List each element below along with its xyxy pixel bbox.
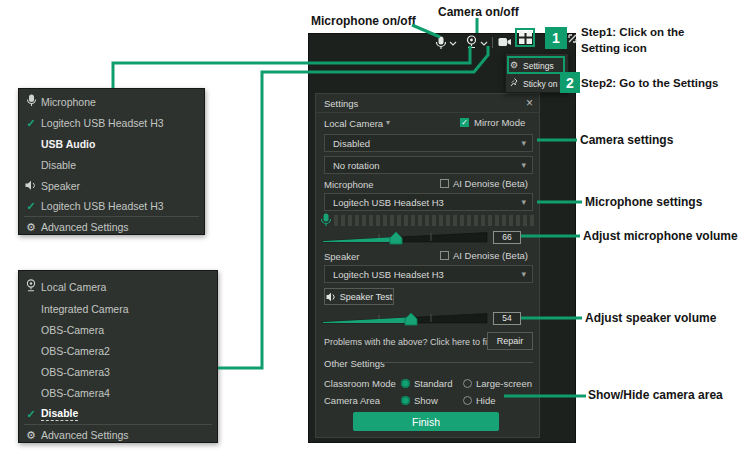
step2-text: Step2: Go to the Settings	[581, 77, 718, 89]
close-icon[interactable]: ×	[526, 96, 533, 110]
speaker-volume-slider-thumb	[405, 313, 417, 325]
camera-area-show-label: Show	[414, 395, 438, 406]
menu-item-label: Advanced Settings	[41, 429, 129, 441]
menu-item-label: Integrated Camera	[41, 303, 129, 315]
dialog-title: Settings	[324, 98, 358, 109]
annotation-microphone-settings: Microphone settings	[585, 195, 702, 209]
pin-icon	[510, 78, 520, 89]
mirror-mode-checkbox[interactable]: ✓	[460, 118, 469, 127]
rotation-select[interactable]: No rotation ▾	[324, 156, 533, 174]
step1-badge: 1	[545, 27, 567, 49]
rotation-select-value: No rotation	[333, 160, 379, 171]
section-divider	[382, 362, 533, 363]
camera-toggle-callout: Camera on/off	[438, 5, 519, 19]
menu-item-label: Local Camera	[41, 281, 106, 293]
tutorial-screenshot: ⚙ Settings Sticky on t Microphone ✓ Logi…	[0, 0, 740, 456]
menu-item-label: OBS-Camera2	[41, 345, 110, 357]
speaker-device-select[interactable]: Logitech USB Headset H3 ▾	[324, 265, 533, 283]
settings-item-highlight-box	[507, 56, 565, 74]
step2-badge: 2	[560, 72, 580, 93]
mirror-mode-label: Mirror Mode	[474, 117, 525, 128]
speaker-test-label: Speaker Test	[340, 292, 392, 302]
classroom-large-screen-radio[interactable]	[463, 379, 472, 388]
camera-menu-obs4[interactable]: OBS-Camera4	[19, 383, 217, 403]
camera-menu-obs3[interactable]: OBS-Camera3	[19, 362, 217, 382]
menu-item-label: Sticky on t	[523, 79, 562, 89]
menu-item-label: Speaker	[41, 180, 80, 192]
chevron-down-icon: ▾	[521, 197, 526, 207]
mic-volume-slider[interactable]	[321, 229, 489, 245]
repair-label: Repair	[497, 336, 524, 346]
mic-menu-item-usb-audio[interactable]: USB Audio	[19, 134, 204, 154]
mic-menu-speaker-header: Speaker	[19, 176, 204, 196]
speaker-device-value: Logitech USB Headset H3	[333, 269, 444, 280]
grid-icon-highlight-box	[515, 28, 535, 47]
menu-item-label: Microphone	[41, 96, 96, 108]
classroom-standard-label: Standard	[414, 378, 453, 389]
check-icon: ✓	[24, 117, 38, 130]
annotation-adjust-mic-volume: Adjust microphone volume	[583, 229, 738, 243]
repair-button[interactable]: Repair	[487, 332, 533, 350]
classroom-large-screen-label: Large-screen	[476, 378, 532, 389]
check-icon: ✓	[24, 408, 38, 421]
chevron-down-icon: ▾	[521, 160, 526, 170]
mic-menu-item-disable[interactable]: Disable	[19, 155, 204, 175]
chevron-down-icon: ▾	[521, 138, 526, 148]
speaker-icon	[24, 177, 38, 195]
annotation-adjust-speaker-volume: Adjust speaker volume	[585, 311, 716, 325]
microphone-toggle-icon[interactable]	[435, 36, 447, 50]
menu-item-label: OBS-Camera	[41, 324, 104, 336]
microphone-section-label: Microphone	[324, 179, 374, 190]
menu-item-label: USB Audio	[41, 138, 95, 150]
gear-icon: ⚙	[24, 221, 38, 234]
mic-menu-microphone-header: Microphone	[19, 92, 204, 112]
camera-dropdown-panel: Local Camera Integrated Camera OBS-Camer…	[18, 270, 218, 443]
camera-menu-advanced-settings[interactable]: ⚙ Advanced Settings	[19, 425, 217, 445]
mic-ai-denoise-checkbox[interactable]	[440, 179, 449, 188]
finish-button[interactable]: Finish	[353, 412, 499, 431]
microphone-dropdown-panel: Microphone ✓ Logitech USB Headset H3 USB…	[18, 88, 205, 235]
speaker-volume-slider[interactable]	[321, 310, 489, 326]
menu-item-label: Logitech USB Headset H3	[41, 117, 164, 129]
menu-item-label: OBS-Camera3	[41, 366, 110, 378]
speaker-volume-value[interactable]: 54	[493, 312, 521, 325]
camera-menu-obs1[interactable]: OBS-Camera	[19, 320, 217, 340]
mic-menu-item-headset[interactable]: ✓ Logitech USB Headset H3	[19, 113, 204, 133]
menu-item-label: Advanced Settings	[41, 221, 129, 233]
menu-item-label: Disable	[41, 159, 76, 171]
chevron-down-icon: ▾	[386, 118, 390, 127]
webcam-icon	[24, 278, 38, 296]
camera-toggle-icon[interactable]	[465, 35, 478, 49]
camera-area-show-radio[interactable]	[401, 396, 410, 405]
mic-device-select[interactable]: Logitech USB Headset H3 ▾	[324, 193, 533, 211]
microphone-icon	[24, 93, 38, 111]
problems-text[interactable]: Problems with the above? Click here to f…	[324, 337, 494, 347]
classroom-standard-radio[interactable]	[401, 379, 410, 388]
camera-area-hide-label: Hide	[476, 395, 496, 406]
camera-menu-disable[interactable]: ✓ Disable	[19, 404, 217, 424]
mic-menu-item-headset-speaker[interactable]: ✓ Logitech USB Headset H3	[19, 196, 204, 216]
menu-item-sticky-on-top[interactable]: Sticky on t	[506, 74, 568, 93]
menu-item-label: Disable	[41, 407, 78, 421]
camera-select-value: Disabled	[333, 138, 370, 149]
mic-volume-value[interactable]: 66	[493, 231, 521, 244]
microphone-chevron-down-icon[interactable]	[449, 41, 457, 46]
camera-menu-obs2[interactable]: OBS-Camera2	[19, 341, 217, 361]
annotation-camera-settings: Camera settings	[580, 133, 673, 147]
camera-area-hide-radio[interactable]	[463, 396, 472, 405]
mic-menu-advanced-settings[interactable]: ⚙ Advanced Settings	[19, 217, 204, 237]
videocam-icon[interactable]	[498, 37, 512, 47]
step1-text-line2: Setting icon	[581, 42, 647, 54]
speaker-test-button[interactable]: Speaker Test	[324, 288, 394, 305]
camera-chevron-down-icon[interactable]	[480, 41, 488, 46]
check-icon: ✓	[24, 200, 38, 213]
pin-window-icon[interactable]	[568, 34, 577, 43]
mic-level-meter	[334, 215, 534, 226]
speaker-ai-denoise-checkbox[interactable]	[440, 251, 449, 260]
mic-volume-slider-thumb	[390, 232, 402, 244]
camera-menu-integrated[interactable]: Integrated Camera	[19, 299, 217, 319]
camera-select[interactable]: Disabled ▾	[324, 134, 533, 152]
annotation-show-hide-camera: Show/Hide camera area	[588, 388, 723, 402]
speaker-section-label: Speaker	[324, 251, 359, 262]
camera-source-label[interactable]: Local Camera	[324, 118, 383, 129]
